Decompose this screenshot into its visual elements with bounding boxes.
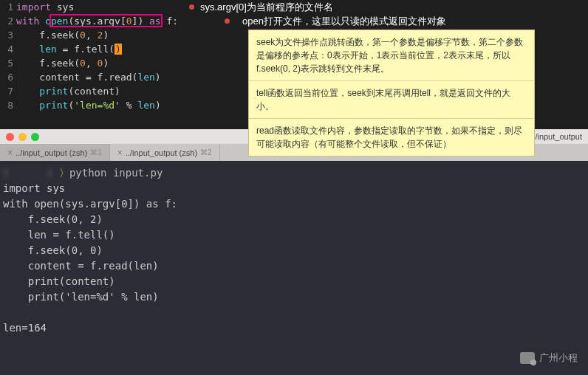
- line-number: 7: [0, 84, 16, 98]
- line-number: 4: [0, 42, 16, 56]
- terminal-body[interactable]: ( ) 〉python input.py import syswith open…: [0, 161, 588, 340]
- prompt-path: ( ): [3, 167, 52, 179]
- note-paragraph-3: read函数读取文件内容，参数指定读取的字节数，如果不指定，则尽可能读取内容（有…: [249, 119, 534, 156]
- terminal-window: ing/input_output × ../input_output (zsh)…: [0, 129, 588, 375]
- prompt-line: ( ) 〉python input.py: [3, 165, 585, 181]
- line-number: 8: [0, 98, 16, 112]
- terminal-output-line: len = f.tell(): [3, 227, 585, 243]
- code-content: with open(sys.argv[0]) as f:: [16, 14, 178, 28]
- note-paragraph-2: tell函数返回当前位置，seek到末尾再调用tell，就是返回文件的大小。: [249, 81, 534, 119]
- terminal-output-line: print(content): [3, 274, 585, 289]
- code-content: len = f.tell(): [16, 42, 122, 56]
- terminal-output-line: f.seek(0, 2): [3, 212, 585, 227]
- prompt-symbol: 〉: [52, 167, 69, 179]
- tab-shortcut: ⌘2: [200, 148, 212, 156]
- wechat-icon: [520, 352, 535, 364]
- terminal-output-line: content = f.read(len): [3, 258, 585, 274]
- maximize-button[interactable]: [31, 133, 39, 141]
- line-number: 6: [0, 70, 16, 84]
- tab-label: ../input_output (zsh): [16, 148, 87, 157]
- code-content: print(content): [16, 84, 120, 98]
- prompt-command: python input.py: [69, 167, 163, 179]
- close-icon[interactable]: ×: [7, 148, 13, 158]
- minimize-button[interactable]: [18, 133, 27, 141]
- sticky-note: seek为文件操作点跳转函数，第一个参数是偏移字节数，第二个参数是偏移的参考点：…: [248, 30, 535, 156]
- terminal-output-line: import sys: [3, 181, 585, 196]
- terminal-output-line: with open(sys.argv[0]) as f:: [3, 196, 585, 212]
- annotation-1: sys.argv[0]为当前程序的文件名: [200, 1, 333, 14]
- line-number: 3: [0, 28, 16, 42]
- code-content: import sys: [16, 0, 74, 14]
- tab-shortcut: ⌘1: [90, 148, 102, 156]
- code-content: f.seek(0, 0): [16, 56, 109, 70]
- line-number: 2: [0, 14, 16, 28]
- code-editor[interactable]: 1import sys2with open(sys.argv[0]) as f:…: [0, 0, 588, 129]
- line-number: 5: [0, 56, 16, 70]
- terminal-output-line: f.seek(0, 0): [3, 243, 585, 258]
- terminal-output-line: print('len=%d' % len): [3, 289, 585, 305]
- annotation-2: open打开文件，这里以只读的模式返回文件对象: [242, 15, 446, 28]
- code-content: print('len=%d' % len): [16, 98, 161, 112]
- annotation-bullet-1: [189, 4, 194, 10]
- note-paragraph-1: seek为文件操作点跳转函数，第一个参数是偏移字节数，第二个参数是偏移的参考点：…: [249, 30, 534, 81]
- close-icon[interactable]: ×: [117, 148, 123, 158]
- close-button[interactable]: [6, 133, 14, 141]
- watermark-text: 广州小程: [539, 351, 578, 365]
- code-content: f.seek(0, 2): [16, 28, 109, 42]
- terminal-tab-1[interactable]: × ../input_output (zsh) ⌘1: [0, 144, 110, 161]
- annotation-bullet-2: [225, 18, 230, 24]
- terminal-output-line: [3, 305, 585, 320]
- watermark: 广州小程: [520, 351, 578, 365]
- tab-label: ../input_output (zsh): [126, 148, 197, 157]
- line-number: 1: [0, 0, 16, 14]
- terminal-output-line: len=164: [3, 320, 585, 336]
- terminal-tab-2[interactable]: × ../input_output (zsh) ⌘2: [110, 144, 220, 161]
- code-content: content = f.read(len): [16, 70, 161, 84]
